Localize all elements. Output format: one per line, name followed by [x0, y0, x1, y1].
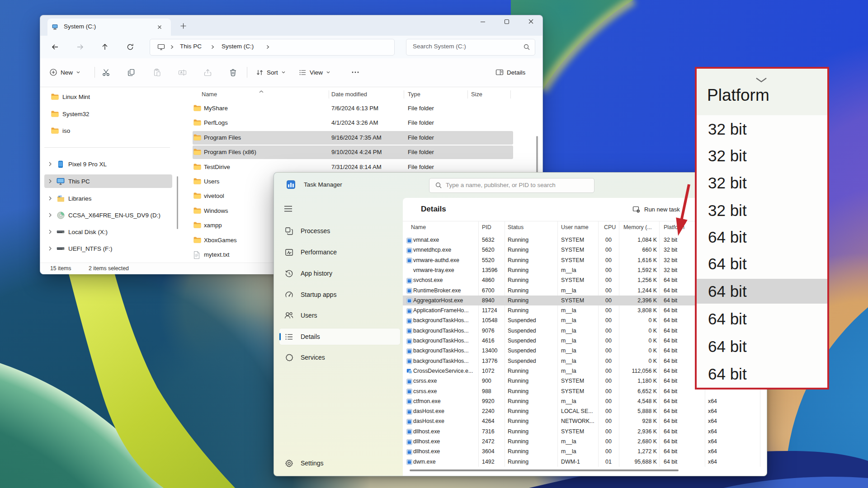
- column-separator: [329, 90, 329, 99]
- share-icon[interactable]: [203, 68, 212, 79]
- horizontal-scrollbar[interactable]: [410, 469, 679, 471]
- maximize-button[interactable]: [496, 15, 517, 28]
- breadcrumb-this-pc[interactable]: This PC: [180, 43, 202, 50]
- new-button[interactable]: New: [49, 65, 80, 80]
- tm-process-row-dllhost-exe[interactable]: dllhost.exe7316RunningSYSTEM002,936 K64 …: [403, 427, 760, 436]
- paste-icon[interactable]: [153, 68, 161, 79]
- process-memory: 0 K: [620, 326, 657, 336]
- process-name: vmware-tray.exe: [413, 265, 454, 275]
- tm-process-row-dashost-exe[interactable]: dasHost.exe2240RunningLOCAL SE...005,888…: [403, 406, 760, 416]
- hamburger-menu-icon[interactable]: [283, 205, 293, 215]
- forward-icon[interactable]: [76, 43, 84, 52]
- zoom-value: 64 bit: [708, 253, 816, 274]
- tm-process-row-dashost-exe[interactable]: dasHost.exe4264RunningNETWORK...00928 K6…: [403, 416, 760, 426]
- tm-process-row-dllhost-exe[interactable]: dllhost.exe3604Runningm__la001,272 K64 b…: [403, 446, 760, 456]
- tm-process-row-dllhost-exe[interactable]: dllhost.exe2472Runningm__la002,680 K64 b…: [403, 436, 760, 446]
- column-header-date[interactable]: Date modified: [331, 91, 367, 98]
- tm-nav-performance[interactable]: Performance: [279, 244, 400, 260]
- view-list-icon: [299, 69, 307, 76]
- search-box[interactable]: Search System (C:): [406, 39, 535, 56]
- file-row-perflogs[interactable]: PerfLogs4/1/2024 3:26 AMFile folder: [178, 116, 542, 130]
- sort-button[interactable]: Sort: [256, 65, 286, 80]
- run-new-task-button[interactable]: Run new task: [632, 206, 680, 213]
- sidebar-item-libraries[interactable]: Libraries: [44, 192, 172, 205]
- new-tab-button[interactable]: [179, 22, 187, 32]
- minimize-button[interactable]: [472, 15, 493, 28]
- column-header-size[interactable]: Size: [471, 91, 482, 98]
- close-button[interactable]: [520, 15, 541, 28]
- process-user: SYSTEM: [561, 427, 584, 436]
- view-button[interactable]: View: [299, 65, 330, 80]
- file-row-myshare[interactable]: MyShare7/6/2024 6:13 PMFile folder: [178, 101, 542, 116]
- process-status: Suspended: [508, 346, 536, 356]
- tm-column-cpu[interactable]: CPU: [604, 221, 616, 234]
- expand-chevron-icon[interactable]: [44, 196, 56, 201]
- details-pane-button[interactable]: Details: [495, 65, 525, 80]
- process-pid: 6700: [482, 286, 495, 296]
- rename-icon[interactable]: [178, 68, 187, 79]
- process-status: Suspended: [508, 336, 536, 346]
- sidebar-item-iso[interactable]: iso: [44, 124, 172, 137]
- file-name: mytext.txt: [204, 248, 229, 262]
- tm-nav-app-history[interactable]: App history: [279, 265, 400, 282]
- tm-nav-services[interactable]: Services: [279, 349, 400, 366]
- file-row-program-files-x86-[interactable]: Program Files (x86)9/10/2024 4:24 PMFile…: [178, 145, 542, 160]
- process-arch: x64: [708, 416, 717, 426]
- refresh-icon[interactable]: [127, 43, 134, 52]
- sidebar-item-local-disk-x-[interactable]: Local Disk (X:): [44, 225, 172, 239]
- up-icon[interactable]: [101, 43, 108, 52]
- expand-chevron-icon[interactable]: [44, 212, 56, 218]
- process-cpu: 00: [605, 286, 612, 296]
- tm-process-row-dwm-exe[interactable]: dwm.exe1492RunningDWM-10195,688 K64 bitx…: [403, 457, 760, 467]
- column-header-name[interactable]: Name: [202, 91, 217, 98]
- sidebar-item-system32[interactable]: System32: [44, 107, 172, 121]
- copy-icon[interactable]: [127, 68, 136, 79]
- expand-chevron-icon[interactable]: [44, 161, 56, 167]
- tm-nav-startup-apps[interactable]: Startup apps: [279, 286, 400, 303]
- tab-close-icon[interactable]: [156, 23, 163, 33]
- process-arch: x64: [708, 406, 717, 416]
- task-manager-search-box[interactable]: Type a name, publisher, or PID to search: [429, 178, 594, 193]
- tm-nav-details[interactable]: Details: [279, 328, 400, 345]
- process-user: DWM-1: [561, 457, 580, 467]
- process-arch: x64: [708, 396, 717, 406]
- tm-column-pid[interactable]: PID: [482, 221, 491, 234]
- cut-icon[interactable]: [102, 68, 110, 79]
- app-window-icon: [406, 408, 412, 414]
- tm-column-memory[interactable]: Memory (...: [623, 221, 652, 234]
- breadcrumb-current[interactable]: System (C:): [222, 43, 254, 50]
- sidebar-item-ccsa-x64fre-en-us-dv9-d-[interactable]: CCSA_X64FRE_EN-US_DV9 (D:): [44, 208, 172, 222]
- tm-nav-settings[interactable]: Settings: [279, 455, 400, 471]
- process-name: backgroundTaskHos...: [413, 356, 469, 366]
- explorer-tab[interactable]: System (C:): [47, 19, 171, 36]
- expand-chevron-icon[interactable]: [44, 229, 56, 235]
- tm-nav-users[interactable]: Users: [279, 307, 400, 324]
- back-icon[interactable]: [51, 43, 59, 52]
- delete-icon[interactable]: [229, 68, 237, 79]
- address-bar[interactable]: This PC System (C:): [150, 39, 395, 56]
- process-name: dllhost.exe: [413, 427, 440, 436]
- sidebar-item-this-pc[interactable]: This PC: [44, 174, 172, 188]
- process-platform: 64 bit: [664, 406, 677, 416]
- process-memory: 660 K: [620, 245, 657, 255]
- tm-column-name[interactable]: Name: [411, 221, 426, 234]
- file-row-program-files[interactable]: Program Files9/16/2024 7:35 AMFile folde…: [178, 131, 542, 145]
- tm-process-row-ctfmon-exe[interactable]: ctfmon.exe9920Runningm__la004,548 K64 bi…: [403, 396, 760, 406]
- expand-chevron-icon[interactable]: [44, 178, 56, 184]
- expand-chevron-icon[interactable]: [44, 246, 56, 251]
- app-window-icon: [406, 459, 412, 465]
- tm-column-status[interactable]: Status: [508, 221, 524, 234]
- process-user: m__la: [561, 336, 576, 346]
- more-icon[interactable]: [351, 69, 359, 77]
- column-separator: [510, 90, 511, 99]
- sidebar-item-pixel-9-pro-xl[interactable]: Pixel 9 Pro XL: [44, 157, 172, 171]
- folder-icon: [193, 164, 201, 171]
- process-platform: 64 bit: [664, 346, 677, 356]
- tm-column-user[interactable]: User name: [561, 221, 589, 234]
- tm-nav-processes[interactable]: Processes: [279, 223, 400, 239]
- run-new-task-label: Run new task: [644, 206, 680, 213]
- column-header-type[interactable]: Type: [408, 91, 420, 98]
- process-platform: 32 bit: [664, 245, 677, 255]
- sidebar-item-linux-mint[interactable]: Linux Mint: [44, 90, 172, 103]
- sidebar-item-uefi-ntfs-f-[interactable]: UEFI_NTFS (F:): [44, 242, 172, 255]
